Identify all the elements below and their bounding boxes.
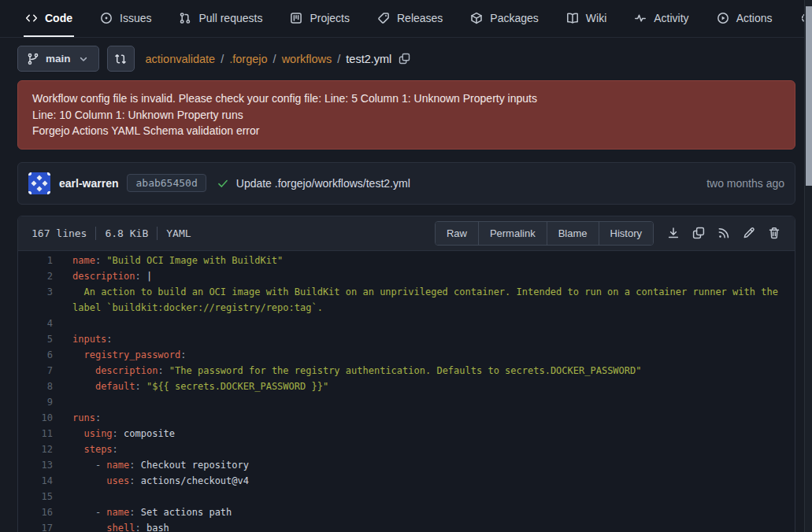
code-line-content <box>53 394 795 410</box>
rss-button[interactable] <box>712 222 735 245</box>
line-number[interactable]: 6 <box>18 347 53 363</box>
error-line: Workflow config file is invalid. Please … <box>32 91 780 107</box>
permalink-button[interactable]: Permalink <box>478 222 547 245</box>
commit-status-check-icon[interactable] <box>217 177 229 190</box>
raw-button[interactable]: Raw <box>436 222 478 245</box>
download-icon <box>667 227 680 239</box>
repo-tab-bar: CodeIssuesPull requestsProjectsReleasesP… <box>0 0 812 38</box>
projects-icon <box>290 12 302 24</box>
tab-issues[interactable]: Issues <box>98 0 153 37</box>
scrollbar-track[interactable] <box>804 0 812 532</box>
code-line-content: default: "${{ secrets.DOCKER_PASSWORD }}… <box>53 379 795 394</box>
line-number[interactable]: 13 <box>18 457 53 473</box>
chevron-down-icon <box>77 53 90 65</box>
breadcrumb-link[interactable]: workflows <box>282 53 332 65</box>
pencil-icon <box>743 227 755 239</box>
compare-button[interactable] <box>107 46 135 72</box>
pencil-button[interactable] <box>737 222 760 245</box>
page-content: main actionvalidate/.forgejo/workflows/t… <box>0 38 812 532</box>
file-view-box: 167 lines 6.8 KiB YAML RawPermalinkBlame… <box>17 216 795 532</box>
code-line-content: registry_password: <box>53 347 795 363</box>
commit-hash-badge[interactable]: abab65450d <box>127 174 206 192</box>
copy-icon <box>692 227 705 239</box>
activity-icon <box>634 12 647 24</box>
file-header-bar: 167 lines 6.8 KiB YAML RawPermalinkBlame… <box>18 216 795 251</box>
line-number[interactable]: 8 <box>18 379 53 394</box>
git-branch-icon <box>27 53 39 65</box>
tab-code[interactable]: Code <box>24 0 74 37</box>
code-line: 4 <box>18 316 795 331</box>
breadcrumb: actionvalidate/.forgejo/workflows/test2.… <box>146 53 411 65</box>
branch-selector[interactable]: main <box>17 46 99 72</box>
blame-button[interactable]: Blame <box>547 222 599 245</box>
code-line: 8 default: "${{ secrets.DOCKER_PASSWORD … <box>18 379 795 394</box>
code-line-content: description: | <box>53 268 795 284</box>
tab-pull-requests[interactable]: Pull requests <box>177 0 264 37</box>
view-mode-buttons: RawPermalinkBlameHistory <box>435 221 654 246</box>
code-line: 12 steps: <box>18 441 795 457</box>
code-line: 10runs: <box>18 410 795 426</box>
line-number[interactable]: 5 <box>18 331 53 347</box>
file-toolbar: main actionvalidate/.forgejo/workflows/t… <box>17 46 795 72</box>
tab-activity[interactable]: Activity <box>632 0 690 37</box>
code-line-content: - name: Checkout repository <box>53 457 795 473</box>
code-view: 1name: "Build OCI Image with BuildKit"2d… <box>18 251 795 532</box>
tab-label: Actions <box>736 12 773 24</box>
issue-icon <box>100 12 113 24</box>
line-number[interactable]: 10 <box>18 410 53 426</box>
copy-icon <box>399 53 410 65</box>
file-line-count: 167 lines <box>32 227 87 239</box>
code-line-content: using: composite <box>53 426 795 441</box>
tag-icon <box>377 12 390 24</box>
line-number[interactable]: 15 <box>18 489 53 504</box>
file-language: YAML <box>166 227 191 239</box>
tab-actions[interactable]: Actions <box>715 0 774 37</box>
trash-button[interactable] <box>762 222 785 245</box>
tab-releases[interactable]: Releases <box>376 0 444 37</box>
line-number[interactable]: 12 <box>18 441 53 457</box>
code-line: 15 <box>18 489 795 504</box>
line-number[interactable]: 1 <box>18 253 53 268</box>
scrollbar-thumb[interactable] <box>806 6 812 186</box>
branch-name: main <box>46 53 71 65</box>
commit-author[interactable]: earl-warren <box>59 177 118 190</box>
tab-label: Packages <box>490 12 538 24</box>
tab-packages[interactable]: Packages <box>469 0 539 37</box>
error-line: Forgejo Actions YAML Schema validation e… <box>32 123 780 139</box>
code-line: 16 - name: Set actions path <box>18 504 795 520</box>
book-icon <box>566 12 579 24</box>
line-number[interactable]: 14 <box>18 473 53 489</box>
error-line: Line: 10 Column 1: Unknown Property runs <box>32 107 780 124</box>
code-line: 1name: "Build OCI Image with BuildKit" <box>18 253 795 268</box>
line-number[interactable]: 11 <box>18 426 53 441</box>
code-line-content: name: "Build OCI Image with BuildKit" <box>53 253 795 268</box>
history-button[interactable]: History <box>599 222 653 245</box>
breadcrumb-link[interactable]: actionvalidate <box>146 53 216 65</box>
tab-wiki[interactable]: Wiki <box>565 0 608 37</box>
commit-message[interactable]: Update .forgejo/workflows/test2.yml <box>236 177 410 190</box>
line-number[interactable]: 2 <box>18 268 53 284</box>
copy-button[interactable] <box>687 222 710 245</box>
play-circle-icon <box>717 12 729 24</box>
line-number[interactable]: 3 <box>18 284 53 316</box>
tab-projects[interactable]: Projects <box>288 0 351 37</box>
pull-request-icon <box>179 12 191 24</box>
avatar[interactable] <box>28 172 50 194</box>
file-size: 6.8 KiB <box>105 227 148 239</box>
copy-path-button[interactable] <box>399 53 410 65</box>
code-line-content: - name: Set actions path <box>53 504 795 520</box>
trash-icon <box>768 227 780 239</box>
line-number[interactable]: 17 <box>18 520 53 532</box>
package-icon <box>470 12 483 24</box>
line-number[interactable]: 7 <box>18 363 53 379</box>
line-number[interactable]: 9 <box>18 394 53 410</box>
tab-label: Activity <box>654 12 688 24</box>
file-action-icons <box>662 222 785 245</box>
separator <box>95 227 96 240</box>
code-line-content <box>53 489 795 504</box>
tab-label: Pull requests <box>198 12 262 24</box>
line-number[interactable]: 16 <box>18 504 53 520</box>
download-button[interactable] <box>662 222 684 245</box>
breadcrumb-link[interactable]: .forgejo <box>229 53 267 65</box>
line-number[interactable]: 4 <box>18 316 53 331</box>
